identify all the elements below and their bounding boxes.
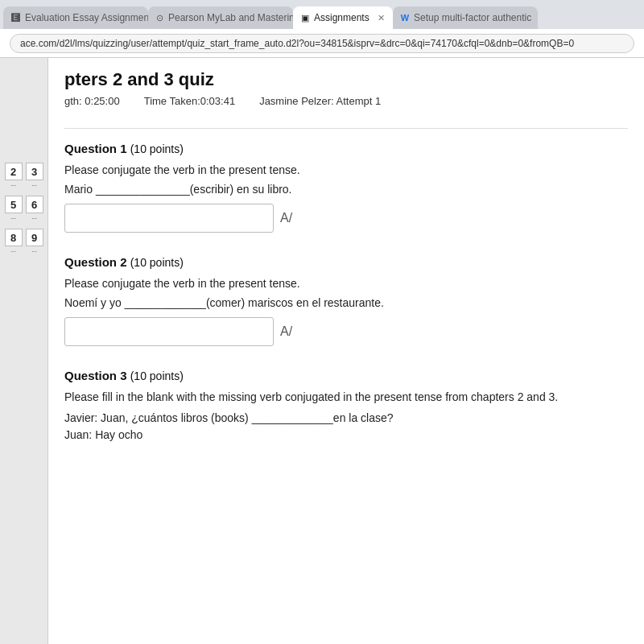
tab-assignments-close[interactable]: ✕ [378, 13, 385, 23]
page-header: pters 2 and 3 quiz gth: 0:25:00 Time Tak… [64, 58, 628, 125]
tab-evaluation-icon: 🅴 [11, 13, 20, 23]
question-1-prompt: Mario _______________(escribir) en su li… [64, 183, 628, 196]
question-2-input[interactable] [64, 317, 274, 346]
sidebar-pair-2: 5 -- 6 -- [5, 196, 43, 222]
sidebar-num-5[interactable]: 5 [5, 196, 23, 213]
tab-assignments[interactable]: ▣ Assignments ✕ [293, 6, 393, 29]
question-2-points: (10 points) [130, 256, 184, 269]
question-1-header: Question 1 (10 points) [64, 142, 628, 155]
sidebar-dash-6: -- [26, 213, 43, 222]
sidebar-num-2[interactable]: 2 [5, 163, 23, 180]
page-content: 2 -- 3 -- 5 -- 6 -- 8 -- 9 [0, 58, 644, 644]
main-content: pters 2 and 3 quiz gth: 0:25:00 Time Tak… [48, 58, 644, 644]
header-divider [64, 128, 628, 129]
address-input[interactable] [10, 34, 634, 53]
sidebar-dash-5: -- [5, 213, 23, 222]
question-3-instruction: Please fill in the blank with the missin… [64, 390, 628, 403]
quiz-title: pters 2 and 3 quiz [64, 69, 628, 90]
browser-tabs: 🅴 Evaluation Essay Assignmen ✕ ⊙ Pearson… [0, 0, 644, 29]
question-2-answer-row: A/ [64, 317, 628, 346]
tab-assignments-label: Assignments [314, 12, 369, 23]
quiz-time-taken: Time Taken:0:03:41 [144, 95, 235, 107]
tab-assignments-icon: ▣ [301, 13, 309, 23]
sidebar-num-9[interactable]: 9 [26, 229, 43, 246]
tab-evaluation[interactable]: 🅴 Evaluation Essay Assignmen ✕ [3, 6, 148, 29]
question-2-header: Question 2 (10 points) [64, 255, 628, 269]
sidebar-dash-8: -- [5, 246, 23, 255]
question-3-prompt-line2: Juan: Hay ocho [64, 427, 628, 444]
sidebar-pair-3: 8 -- 9 -- [5, 229, 43, 255]
question-3-header: Question 3 (10 points) [64, 369, 628, 382]
question-1-answer-row: A/ [64, 204, 628, 233]
sidebar-dash-2: -- [5, 180, 23, 189]
question-1-instruction: Please conjugate the verb in the present… [64, 163, 628, 176]
question-3-points: (10 points) [130, 369, 184, 382]
question-2-prompt: Noemí y yo _____________(comer) mariscos… [64, 296, 628, 309]
tab-pearson-label: Pearson MyLab and Masterin [168, 12, 293, 23]
tab-setup[interactable]: W Setup multi-factor authentic [393, 6, 538, 29]
quiz-meta: gth: 0:25:00 Time Taken:0:03:41 Jasmine … [64, 95, 628, 107]
question-1-input[interactable] [64, 204, 274, 233]
tab-setup-label: Setup multi-factor authentic [414, 12, 531, 23]
quiz-length: gth: 0:25:00 [64, 95, 120, 107]
tab-pearson-icon: ⊙ [156, 13, 163, 23]
question-3-label: Question 3 [64, 369, 130, 382]
question-1-points: (10 points) [130, 142, 184, 155]
sidebar-pair-1: 2 -- 3 -- [5, 163, 43, 189]
question-3-prompt-line1: Javier: Juan, ¿cuántos libros (books) __… [64, 410, 628, 427]
question-1-label: Question 1 [64, 142, 130, 155]
sidebar-dash-9: -- [26, 246, 43, 255]
tab-pearson[interactable]: ⊙ Pearson MyLab and Masterin ✕ [148, 6, 293, 29]
sidebar-dash-3: -- [26, 180, 43, 189]
question-3-block: Question 3 (10 points) Please fill in th… [64, 369, 628, 444]
address-bar [0, 29, 644, 58]
tab-setup-icon: W [401, 13, 409, 23]
question-2-instruction: Please conjugate the verb in the present… [64, 277, 628, 290]
sidebar-num-8[interactable]: 8 [5, 229, 23, 246]
sidebar-num-6[interactable]: 6 [26, 196, 43, 213]
question-3-prompt: Javier: Juan, ¿cuántos libros (books) __… [64, 410, 628, 444]
question-sidebar: 2 -- 3 -- 5 -- 6 -- 8 -- 9 [0, 58, 48, 644]
question-1-block: Question 1 (10 points) Please conjugate … [64, 142, 628, 233]
quiz-attempt: Jasmine Pelzer: Attempt 1 [259, 95, 381, 107]
question-1-spell-icon[interactable]: A/ [280, 211, 292, 225]
tab-evaluation-label: Evaluation Essay Assignmen [25, 12, 148, 23]
question-2-spell-icon[interactable]: A/ [280, 324, 292, 339]
sidebar-num-3[interactable]: 3 [26, 163, 43, 180]
question-2-label: Question 2 [64, 255, 130, 269]
question-2-block: Question 2 (10 points) Please conjugate … [64, 255, 628, 346]
